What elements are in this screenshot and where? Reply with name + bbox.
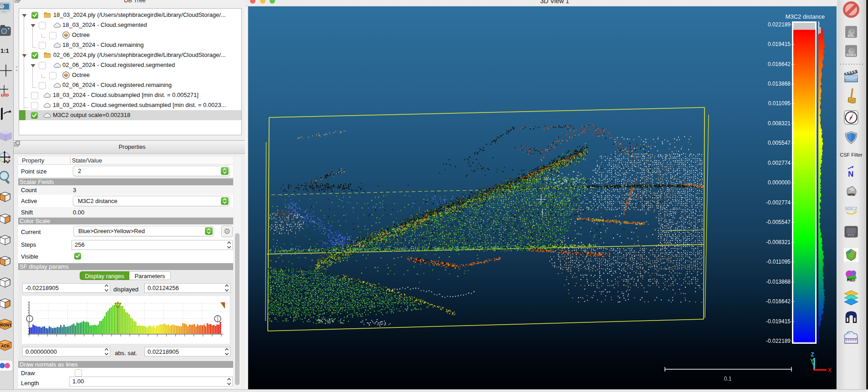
svg-text:RONT: RONT — [0, 323, 12, 327]
svg-text:CSF Filter: CSF Filter — [840, 152, 863, 158]
svg-text:N: N — [848, 170, 853, 178]
svg-text:1:1: 1:1 — [0, 47, 9, 54]
svg-text:SSAO: SSAO — [846, 53, 856, 57]
svg-text:R&D: R&D — [847, 278, 855, 282]
svg-text:ACK: ACK — [1, 344, 10, 348]
svg-text:M3C2: M3C2 — [845, 206, 858, 211]
svg-text:PCV: PCV — [848, 234, 855, 237]
svg-text:HPR: HPR — [848, 193, 855, 197]
svg-text:uto: uto — [1, 92, 9, 97]
svg-text:EDL: EDL — [848, 34, 855, 38]
